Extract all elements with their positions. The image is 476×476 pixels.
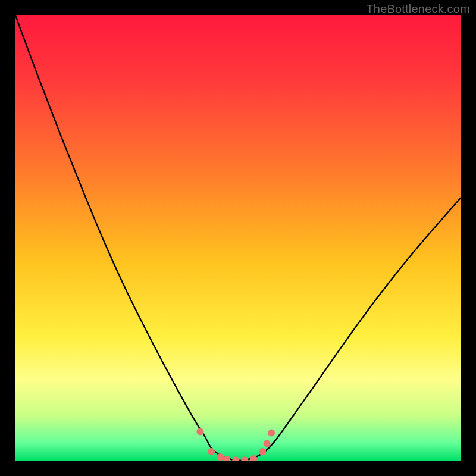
marker-point xyxy=(196,428,203,435)
watermark-text: TheBottleneck.com xyxy=(366,2,470,16)
marker-point xyxy=(217,453,224,461)
gradient-background xyxy=(15,15,461,461)
bottleneck-chart xyxy=(15,15,461,461)
chart-stage: TheBottleneck.com xyxy=(0,0,476,476)
marker-point xyxy=(208,448,215,455)
marker-point xyxy=(259,448,266,455)
plot-area xyxy=(15,15,461,461)
marker-point xyxy=(268,430,275,437)
marker-point xyxy=(264,440,271,447)
